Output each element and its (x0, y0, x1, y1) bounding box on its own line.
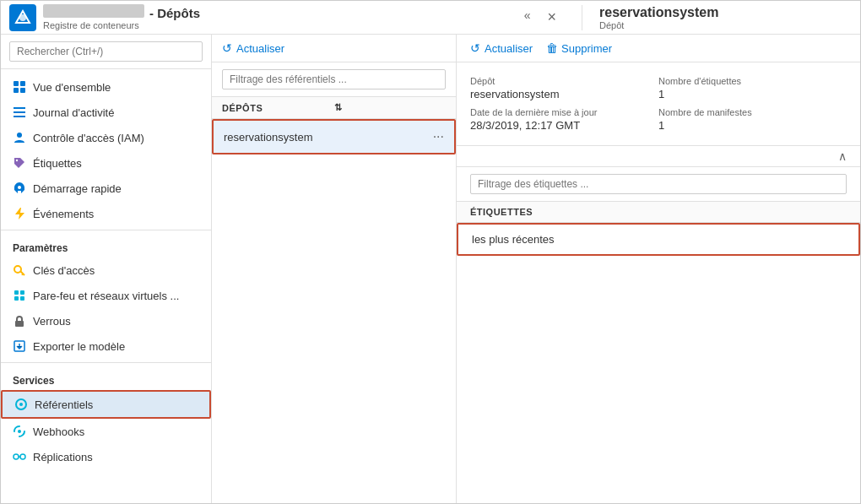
sidebar-item-replications[interactable]: Réplications (1, 444, 211, 469)
sidebar-item-activity-label: Journal d'activité (33, 106, 114, 119)
depot-info-value: reservationsystem (470, 88, 658, 100)
collapse-icon[interactable]: « (519, 7, 536, 28)
section-divider-2 (1, 362, 211, 363)
sidebar-item-activity[interactable]: Journal d'activité (1, 100, 211, 125)
svg-rect-6 (14, 107, 25, 109)
refresh-icon: ↺ (222, 41, 232, 55)
section-divider-1 (1, 230, 211, 230)
svg-point-10 (16, 160, 18, 161)
svg-rect-4 (14, 88, 19, 93)
repo-item-more-icon[interactable]: ··· (433, 129, 444, 144)
sidebar-item-webhooks[interactable]: Webhooks (1, 419, 211, 444)
nb-manifestes-label: Nombre de manifestes (658, 107, 847, 117)
sort-icon[interactable]: ⇅ (334, 102, 447, 113)
svg-rect-16 (20, 296, 24, 301)
main-layout: Vue d'ensemble Journal d'activité Contrô… (1, 35, 860, 503)
repo-icon (14, 398, 28, 411)
window-controls: « × (519, 7, 561, 28)
svg-point-23 (20, 454, 25, 459)
svg-rect-14 (20, 290, 24, 295)
repo-filter-input[interactable] (222, 69, 446, 89)
date-label: Date de la dernière mise à jour (470, 107, 658, 117)
sidebar-item-firewall[interactable]: Pare-feu et réseaux virtuels ... (1, 283, 211, 308)
tag-icon (13, 156, 26, 170)
sidebar-nav: Vue d'ensemble Journal d'activité Contrô… (1, 69, 211, 503)
sidebar-item-events-label: Événements (33, 208, 94, 220)
sidebar-item-keys-label: Clés d'accès (33, 264, 95, 277)
sidebar-item-events[interactable]: Événements (1, 201, 211, 226)
nb-manifestes-value: 1 (658, 119, 847, 132)
right-tag-header: ÉTIQUETTES (457, 202, 860, 223)
svg-rect-17 (15, 321, 24, 327)
sidebar-item-quickstart-label: Démarrage rapide (33, 182, 122, 195)
middle-refresh-button[interactable]: ↺ Actualiser (222, 41, 284, 55)
svg-point-20 (19, 403, 23, 406)
repos-list: reservationsystem ··· (212, 119, 456, 503)
svg-point-21 (18, 430, 21, 433)
right-panel: ↺ Actualiser 🗑 Supprimer Dépôt reservati… (457, 35, 860, 503)
sidebar-item-iam-label: Contrôle d'accès (IAM) (33, 132, 144, 144)
info-nb-etiquettes-block: Nombre d'étiquettes 1 (658, 73, 847, 104)
sidebar-item-webhooks-label: Webhooks (33, 425, 84, 438)
svg-rect-5 (20, 88, 25, 93)
bolt-icon (13, 207, 26, 220)
search-input[interactable] (9, 41, 203, 62)
sidebar-item-locks[interactable]: Verrous (1, 308, 211, 333)
sidebar-item-export[interactable]: Exporter le modèle (1, 333, 211, 359)
right-toolbar: ↺ Actualiser 🗑 Supprimer (457, 35, 860, 62)
repo-sub: Dépôt (599, 20, 852, 30)
middle-list-header: DÉPÔTS ⇅ (212, 97, 456, 119)
tags-header-label: ÉTIQUETTES (470, 207, 533, 217)
title-section: - Dépôts Registre de conteneurs (43, 4, 519, 30)
section-services-label: Services (1, 366, 211, 390)
right-refresh-button[interactable]: ↺ Actualiser (470, 41, 533, 55)
key-icon (13, 263, 26, 277)
azure-logo (9, 4, 36, 31)
depot-info-label: Dépôt (470, 76, 658, 86)
depots-header-label: DÉPÔTS (222, 103, 334, 113)
svg-rect-3 (20, 81, 25, 86)
network-icon (13, 289, 26, 302)
nb-etiquettes-value: 1 (658, 88, 847, 100)
tag-item-name: les plus récentes (472, 233, 555, 246)
sidebar-item-quickstart[interactable]: Démarrage rapide (1, 176, 211, 201)
nb-etiquettes-label: Nombre d'étiquettes (658, 76, 847, 86)
sidebar-item-iam[interactable]: Contrôle d'accès (IAM) (1, 125, 211, 150)
registry-sub: Registre de conteneurs (43, 20, 519, 30)
list-icon (13, 106, 26, 119)
middle-refresh-label: Actualiser (236, 42, 284, 55)
sidebar-item-tags[interactable]: Étiquettes (1, 150, 211, 176)
sidebar-item-repos[interactable]: Référentiels (1, 390, 211, 419)
lock-icon (13, 314, 26, 328)
person-icon (13, 131, 26, 144)
right-refresh-icon: ↺ (470, 41, 480, 55)
right-tag-search-container (457, 167, 860, 202)
tag-filter-input[interactable] (470, 174, 847, 194)
svg-rect-15 (14, 296, 19, 301)
delete-button[interactable]: 🗑 Supprimer (546, 41, 612, 55)
sidebar-item-overview[interactable]: Vue d'ensemble (1, 74, 211, 100)
sidebar-item-overview-label: Vue d'ensemble (33, 81, 111, 94)
sidebar-item-export-label: Exporter le modèle (33, 340, 125, 353)
middle-search-container (212, 62, 456, 97)
tag-list-item[interactable]: les plus récentes (457, 223, 860, 256)
middle-panel: ↺ Actualiser DÉPÔTS ⇅ reservationsystem … (212, 35, 457, 503)
right-refresh-label: Actualiser (485, 42, 533, 55)
expand-chevron-icon[interactable]: ∧ (838, 149, 847, 163)
sidebar-item-locks-label: Verrous (33, 315, 71, 328)
repo-list-item[interactable]: reservationsystem ··· (212, 119, 456, 154)
svg-point-22 (14, 454, 19, 459)
close-icon[interactable]: × (542, 7, 561, 28)
info-nb-manifestes-block: Nombre de manifestes 1 (658, 104, 847, 135)
expand-row: ∧ (457, 146, 860, 167)
export-icon (13, 339, 26, 353)
svg-rect-2 (14, 81, 19, 86)
middle-toolbar: ↺ Actualiser (212, 35, 456, 62)
info-date-block: Date de la dernière mise à jour 28/3/201… (470, 104, 658, 135)
sidebar-item-replications-label: Réplications (33, 451, 93, 463)
sidebar: Vue d'ensemble Journal d'activité Contrô… (1, 35, 212, 503)
delete-icon: 🗑 (546, 41, 558, 55)
sidebar-search-container (1, 35, 211, 69)
right-info-grid: Dépôt reservationsystem Nombre d'étiquet… (457, 62, 860, 146)
sidebar-item-keys[interactable]: Clés d'accès (1, 257, 211, 283)
